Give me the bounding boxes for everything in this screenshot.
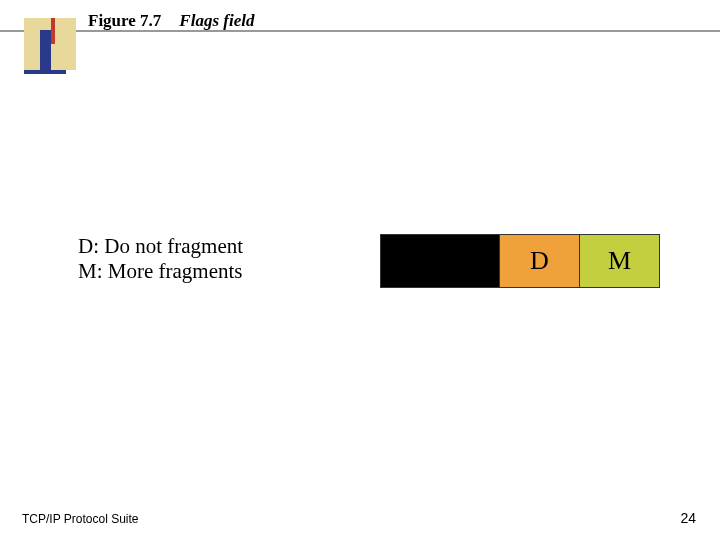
footer-source: TCP/IP Protocol Suite: [22, 512, 139, 526]
header-accent-bar-red: [51, 18, 55, 44]
flags-legend: D: Do not fragment M: More fragments: [78, 234, 243, 284]
flag-segment-m: M: [580, 234, 660, 288]
figure-title: Flags field: [179, 11, 254, 31]
legend-m: M: More fragments: [78, 259, 243, 284]
flag-segment-d: D: [500, 234, 580, 288]
header-accent-bar-blue: [40, 30, 51, 70]
title-row: Figure 7.7 Flags field: [88, 11, 254, 31]
slide: Figure 7.7 Flags field D: Do not fragmen…: [0, 0, 720, 540]
figure-label: Figure 7.7: [88, 11, 161, 31]
header-accent-underline: [24, 70, 66, 74]
legend-d: D: Do not fragment: [78, 234, 243, 259]
page-number: 24: [680, 510, 696, 526]
flag-segment-reserved: [380, 234, 500, 288]
flags-field-diagram: D M: [380, 234, 660, 288]
